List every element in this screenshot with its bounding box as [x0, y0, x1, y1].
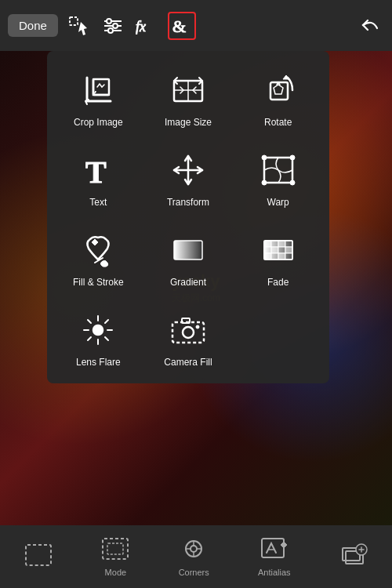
svg-point-49 [196, 325, 199, 328]
menu-item-fill-stroke[interactable]: Fill & Stroke [55, 219, 142, 296]
layers-nav-icon [339, 543, 368, 570]
svg-point-37 [93, 325, 103, 335]
gradient-icon [168, 230, 209, 270]
menu-item-lens-flare[interactable]: Lens Flare [55, 299, 142, 376]
camera-fill-icon [168, 310, 209, 350]
selection-icon[interactable] [64, 12, 93, 40]
text-icon: T [78, 150, 118, 191]
extras-dropdown-menu: Crop Image Image Size Rot [47, 51, 329, 383]
nav-item-antialias[interactable]: Antialias [245, 531, 303, 583]
svg-rect-51 [103, 539, 128, 559]
rotate-icon [258, 70, 299, 111]
svg-point-18 [262, 180, 267, 185]
fx-icon[interactable]: fx [133, 12, 162, 40]
ampersand-icon[interactable]: & [168, 12, 196, 40]
menu-item-gradient[interactable]: Gradient [145, 219, 232, 296]
fade-label: Fade [267, 277, 289, 288]
svg-point-5 [113, 24, 118, 28]
svg-rect-48 [182, 318, 190, 323]
warp-icon [258, 150, 299, 191]
antialias-nav-icon [260, 537, 289, 564]
corners-nav-label: Corners [179, 568, 209, 577]
fade-icon [258, 230, 299, 270]
svg-text:T: T [85, 154, 107, 189]
svg-point-6 [108, 28, 113, 33]
svg-rect-21 [174, 241, 202, 260]
menu-item-fade[interactable]: Fade [234, 219, 321, 296]
fill-stroke-label: Fill & Stroke [73, 277, 124, 288]
menu-item-crop-image[interactable]: Crop Image [55, 59, 142, 136]
menu-item-warp[interactable]: Warp [234, 139, 321, 216]
svg-rect-52 [107, 543, 123, 554]
svg-line-45 [88, 337, 91, 340]
svg-rect-35 [264, 241, 292, 260]
svg-line-42 [88, 320, 91, 323]
svg-line-44 [105, 320, 108, 323]
svg-point-17 [290, 155, 295, 160]
crop-image-icon [78, 70, 118, 111]
menu-item-camera-fill[interactable]: Camera Fill [145, 299, 232, 376]
nav-item-layers[interactable] [327, 537, 380, 576]
top-toolbar: Done fx & [0, 0, 392, 51]
menu-item-text[interactable]: T Text [55, 139, 142, 216]
svg-point-4 [107, 19, 111, 24]
mode-nav-label: Mode [105, 568, 127, 577]
svg-text:fx: fx [136, 19, 146, 34]
corners-nav-icon [180, 537, 208, 564]
menu-item-image-size[interactable]: Image Size [145, 59, 232, 136]
nav-item-select[interactable] [12, 537, 65, 576]
image-size-icon [168, 70, 209, 111]
svg-line-43 [105, 337, 108, 340]
lens-flare-icon [78, 310, 118, 350]
crop-image-label: Crop Image [74, 117, 123, 128]
camera-fill-label: Camera Fill [164, 357, 212, 368]
svg-point-47 [183, 327, 194, 338]
nav-item-corners[interactable]: Corners [166, 531, 222, 583]
menu-item-rotate[interactable]: Rotate [234, 59, 321, 136]
svg-point-19 [290, 180, 295, 185]
transform-icon [168, 150, 209, 191]
svg-point-16 [262, 155, 267, 160]
adjustments-icon[interactable] [99, 12, 127, 40]
select-nav-icon [24, 543, 53, 570]
image-size-label: Image Size [165, 117, 212, 128]
svg-point-54 [191, 546, 197, 552]
svg-rect-0 [70, 17, 78, 25]
lens-flare-label: Lens Flare [76, 357, 121, 368]
done-button[interactable]: Done [8, 14, 58, 37]
transform-label: Transform [167, 197, 209, 208]
bottom-navigation: Mode Corners Antialias [0, 525, 392, 588]
text-label: Text [89, 197, 107, 208]
nav-item-mode[interactable]: Mode [89, 531, 142, 583]
menu-item-transform[interactable]: Transform [145, 139, 232, 216]
rotate-label: Rotate [264, 117, 292, 128]
mode-nav-icon [101, 537, 129, 564]
svg-text:&: & [172, 16, 186, 36]
undo-icon[interactable] [356, 12, 384, 40]
fill-stroke-icon [78, 230, 118, 270]
svg-rect-50 [26, 545, 51, 565]
gradient-label: Gradient [170, 277, 206, 288]
svg-rect-46 [172, 322, 204, 343]
warp-label: Warp [267, 197, 289, 208]
antialias-nav-label: Antialias [258, 568, 291, 577]
